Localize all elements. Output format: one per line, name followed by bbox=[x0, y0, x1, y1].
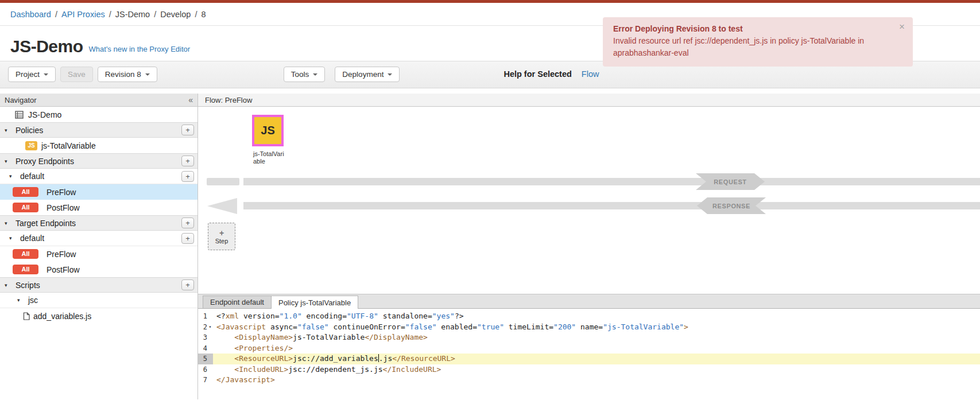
toast-close-icon[interactable]: × bbox=[899, 22, 905, 32]
caret-down-icon[interactable]: ▾ bbox=[5, 220, 12, 226]
project-button[interactable]: Project bbox=[8, 67, 56, 82]
nav-section-scripts[interactable]: ▾Scripts+ bbox=[0, 277, 197, 293]
line-number: 6 bbox=[198, 364, 213, 375]
add-scripts-button[interactable]: + bbox=[181, 279, 194, 290]
chevron-down-icon bbox=[145, 73, 150, 76]
save-button[interactable]: Save bbox=[60, 67, 93, 82]
nav-section-label: Proxy Endpoints bbox=[16, 157, 74, 166]
nav-item-postflow[interactable]: AllPostFlow bbox=[0, 200, 197, 215]
line-number: 5 bbox=[198, 354, 213, 364]
code-line: 1<?xml version="1.0" encoding="UTF-8" st… bbox=[198, 311, 980, 322]
add-policies-button[interactable]: + bbox=[181, 125, 194, 135]
fold-caret-icon[interactable]: ▾ bbox=[207, 322, 213, 333]
nav-item-default[interactable]: ▾default+ bbox=[0, 231, 197, 246]
breadcrumb-item-js-demo: JS-Demo bbox=[115, 10, 150, 19]
js-policy-icon: JS bbox=[25, 141, 37, 150]
nav-item-add-variables-js[interactable]: add_variables.js bbox=[0, 308, 197, 324]
revision-button[interactable]: Revision 8 bbox=[98, 67, 157, 82]
response-lane bbox=[243, 202, 980, 209]
code-text: <IncludeURL>jsc://dependent_js.js</Inclu… bbox=[213, 364, 441, 375]
all-badge: All bbox=[13, 265, 38, 274]
gap-strip bbox=[0, 88, 980, 94]
nav-section-label: Target Endpoints bbox=[16, 219, 76, 228]
code-line: 3 <DisplayName>js-TotalVariable</Display… bbox=[198, 332, 980, 343]
nav-item-label: add_variables.js bbox=[33, 312, 91, 321]
breadcrumb-separator: / bbox=[55, 10, 57, 19]
nav-section-label: Policies bbox=[16, 126, 43, 135]
add-step-button[interactable]: + Step bbox=[208, 223, 235, 250]
caret-down-icon[interactable]: ▾ bbox=[5, 127, 12, 133]
code-text: <DisplayName>js-TotalVariable</DisplayNa… bbox=[213, 332, 428, 343]
line-number: 3 bbox=[198, 332, 213, 343]
flow-panel-header: Flow: PreFlow bbox=[198, 94, 980, 107]
deployment-button[interactable]: Deployment bbox=[335, 67, 400, 82]
nav-item-label: js-TotalVariable bbox=[41, 141, 96, 150]
nav-item-preflow[interactable]: AllPreFlow bbox=[0, 184, 197, 200]
request-lane bbox=[243, 178, 980, 185]
caret-down-icon[interactable]: ▾ bbox=[9, 173, 17, 179]
editor-tab-bar: Endpoint defaultPolicy js-TotalVariable bbox=[198, 294, 980, 309]
code-editor[interactable]: 1<?xml version="1.0" encoding="UTF-8" st… bbox=[198, 309, 980, 399]
line-number: 7 bbox=[198, 375, 213, 386]
caret-down-icon[interactable]: ▾ bbox=[17, 297, 25, 303]
chevron-down-icon bbox=[388, 73, 392, 76]
nav-item-label: PostFlow bbox=[47, 203, 80, 212]
code-line: 4 <Properties/> bbox=[198, 343, 980, 354]
breadcrumb-item-api-proxies[interactable]: API Proxies bbox=[61, 10, 105, 19]
code-text: <?xml version="1.0" encoding="UTF-8" sta… bbox=[213, 311, 464, 322]
error-toast: Error Deploying Revision 8 to test Inval… bbox=[603, 17, 913, 67]
page-title: JS-Demo bbox=[10, 38, 83, 55]
code-line: 7</Javascript> bbox=[198, 375, 980, 386]
breadcrumb-item-dashboard[interactable]: Dashboard bbox=[10, 10, 51, 19]
nav-section-policies[interactable]: ▾Policies+ bbox=[0, 122, 197, 138]
nav-item-postflow[interactable]: AllPostFlow bbox=[0, 262, 197, 277]
code-text: <ResourceURL>jsc://add_variables.js</Res… bbox=[213, 354, 455, 364]
nav-item-default[interactable]: ▾default+ bbox=[0, 169, 197, 184]
breadcrumb-separator: / bbox=[154, 10, 156, 19]
policy-node-label: js-TotalVariable bbox=[253, 150, 286, 165]
nav-section-target-endpoints[interactable]: ▾Target Endpoints+ bbox=[0, 215, 197, 231]
add-target-endpoints-button[interactable]: + bbox=[181, 218, 194, 228]
navigator-title: Navigator bbox=[5, 96, 37, 104]
nav-item-label: default bbox=[20, 172, 44, 181]
code-line: 5 <ResourceURL>jsc://add_variables.js</R… bbox=[198, 354, 980, 364]
nav-item-js-totalvariable[interactable]: JSjs-TotalVariable bbox=[0, 138, 197, 153]
tab-endpoint-default[interactable]: Endpoint default bbox=[203, 296, 272, 308]
request-lane-start bbox=[207, 178, 239, 185]
breadcrumb-item-develop: Develop bbox=[160, 10, 191, 19]
line-number: 2▾ bbox=[198, 322, 213, 333]
tools-button[interactable]: Tools bbox=[284, 67, 326, 82]
tab-policy-js-totalvariable[interactable]: Policy js-TotalVariable bbox=[271, 296, 358, 309]
line-number: 4 bbox=[198, 343, 213, 354]
nav-item-js-demo[interactable]: JS-Demo bbox=[0, 107, 197, 122]
flow-panel-title: Flow: PreFlow bbox=[205, 96, 252, 104]
nav-item-label: PreFlow bbox=[47, 250, 76, 259]
flow-canvas: JS js-TotalVariable REQUEST RESPONSE + S… bbox=[198, 107, 980, 294]
caret-down-icon[interactable]: ▾ bbox=[5, 282, 12, 288]
request-lane-label: REQUEST bbox=[696, 173, 765, 190]
nav-item-jsc[interactable]: ▾jsc bbox=[0, 293, 197, 308]
whats-new-link[interactable]: What's new in the Proxy Editor bbox=[89, 45, 191, 53]
error-toast-title: Error Deploying Revision 8 to test bbox=[613, 23, 890, 35]
caret-down-icon[interactable]: ▾ bbox=[5, 158, 12, 164]
flow-help-link[interactable]: Flow bbox=[582, 67, 599, 82]
add-default-button[interactable]: + bbox=[181, 233, 194, 244]
nav-section-label: Scripts bbox=[16, 281, 40, 290]
response-arrow-icon bbox=[207, 198, 237, 214]
breadcrumb-separator: / bbox=[109, 10, 111, 19]
nav-item-preflow[interactable]: AllPreFlow bbox=[0, 246, 197, 262]
help-for-selected-label: Help for Selected bbox=[503, 67, 571, 82]
nav-section-proxy-endpoints[interactable]: ▾Proxy Endpoints+ bbox=[0, 153, 197, 169]
caret-down-icon[interactable]: ▾ bbox=[9, 235, 17, 241]
add-default-button[interactable]: + bbox=[181, 171, 194, 182]
policy-node-js[interactable]: JS bbox=[252, 115, 284, 146]
error-toast-message: Invalid resource url ref jsc://dependent… bbox=[613, 35, 890, 59]
chevron-down-icon bbox=[44, 73, 48, 76]
add-proxy-endpoints-button[interactable]: + bbox=[181, 156, 194, 166]
line-number: 1 bbox=[198, 311, 213, 322]
collapse-navigator-icon[interactable]: « bbox=[188, 95, 193, 104]
navigator-header: Navigator « bbox=[0, 94, 197, 107]
navigator-panel: Navigator « JS-Demo▾Policies+JSjs-TotalV… bbox=[0, 94, 198, 399]
nav-item-label: JS-Demo bbox=[28, 110, 61, 119]
nav-item-label: PreFlow bbox=[47, 188, 76, 197]
